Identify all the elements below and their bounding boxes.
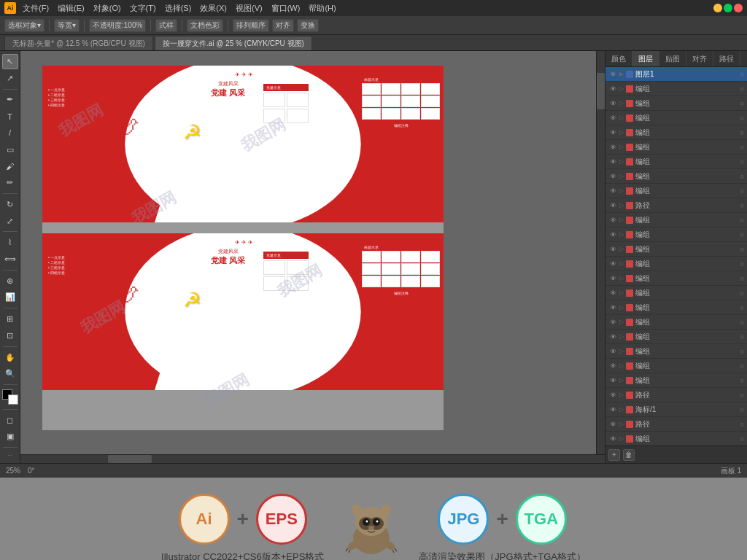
paintbrush-tool[interactable]: 🖌 xyxy=(2,158,18,174)
layer-eye-15[interactable]: 👁 xyxy=(608,289,617,298)
layer-item-17[interactable]: 👁 ▷ 编组 ○ xyxy=(605,315,747,330)
doc-color-control[interactable]: 文档色彩 xyxy=(187,19,223,32)
minimize-button[interactable] xyxy=(713,4,722,12)
layer-eye-4[interactable]: 👁 xyxy=(608,128,617,137)
layer-item-7[interactable]: 👁 ▷ 编组 ○ xyxy=(605,169,747,184)
layer-eye-16[interactable]: 👁 xyxy=(608,303,617,312)
rp-tab-layers[interactable]: 图层 xyxy=(632,51,659,66)
layer-item-8[interactable]: 👁 ▷ 编组 ○ xyxy=(605,184,747,198)
select-tool-dropdown[interactable]: 选框对象 ▾ xyxy=(4,19,44,32)
rotate-tool[interactable]: ↻ xyxy=(2,197,18,212)
layers-panel[interactable]: 👁 ▶ 图层1 ○ 👁 ▷ 编组 ○ 👁 ▷ 编组 ○ xyxy=(605,67,747,446)
layer-item-2[interactable]: 👁 ▷ 编组 ○ xyxy=(605,96,747,111)
style-control[interactable]: 式样 xyxy=(155,19,177,32)
layer-eye-12[interactable]: 👁 xyxy=(608,245,617,254)
layer-eye-14[interactable]: 👁 xyxy=(608,274,617,283)
layer-item-10[interactable]: 👁 ▷ 编组 ○ xyxy=(605,213,747,228)
add-layer-button[interactable]: + xyxy=(608,449,620,461)
layer-eye-3[interactable]: 👁 xyxy=(608,114,617,122)
delete-layer-button[interactable]: 🗑 xyxy=(623,449,635,461)
layer-expand-0[interactable]: ▶ xyxy=(619,71,624,77)
layer-eye-23[interactable]: 👁 xyxy=(608,405,617,414)
layer-item-13[interactable]: 👁 ▷ 编组 ○ xyxy=(605,257,747,271)
hand-tool[interactable]: ✋ xyxy=(2,350,18,365)
layer-item-11[interactable]: 👁 ▷ 编组 ○ xyxy=(605,228,747,242)
pen-tool[interactable]: ✒ xyxy=(2,92,18,107)
screen-mode[interactable]: ▣ xyxy=(2,429,18,444)
artboard-tool[interactable]: ⊞ xyxy=(2,311,18,327)
layer-item-6[interactable]: 👁 ▷ 编组 ○ xyxy=(605,155,747,169)
menu-help[interactable]: 帮助(H) xyxy=(305,2,339,15)
tab-untitled[interactable]: 无标题-矢量* @ 12.5 % (RGB/CPU 视图) xyxy=(4,36,153,50)
layer-eye-17[interactable]: 👁 xyxy=(608,318,617,327)
line-tool[interactable]: / xyxy=(2,125,18,141)
menu-file[interactable]: 文件(F) xyxy=(19,2,53,15)
layer-item-20[interactable]: 👁 ▷ 编组 ○ xyxy=(605,359,747,373)
menu-select[interactable]: 选择(S) xyxy=(161,2,196,15)
layer-eye-24[interactable]: 👁 xyxy=(608,420,617,429)
selection-tool[interactable]: ↖ xyxy=(2,54,18,69)
layer-eye-20[interactable]: 👁 xyxy=(608,362,617,370)
layer-eye-19[interactable]: 👁 xyxy=(608,347,617,356)
layer-eye-5[interactable]: 👁 xyxy=(608,143,617,152)
layer-item-0[interactable]: 👁 ▶ 图层1 ○ xyxy=(605,67,747,82)
layer-eye-6[interactable]: 👁 xyxy=(608,158,617,166)
layer-item-9[interactable]: 👁 ▷ 路径 ○ xyxy=(605,198,747,213)
align-control[interactable]: 对齐 xyxy=(272,19,294,32)
rp-tab-align[interactable]: 对齐 xyxy=(686,51,713,66)
menu-edit[interactable]: 编辑(E) xyxy=(54,2,88,15)
layer-item-25[interactable]: 👁 ▷ 编组 ○ xyxy=(605,432,747,446)
layer-eye-1[interactable]: 👁 xyxy=(608,85,617,93)
layer-item-24[interactable]: 👁 ▷ 路径 ○ xyxy=(605,417,747,432)
graph-tool[interactable]: 📊 xyxy=(2,290,18,306)
rect-tool[interactable]: ▭ xyxy=(2,142,18,158)
type-tool[interactable]: T xyxy=(2,109,18,124)
layer-eye-13[interactable]: 👁 xyxy=(608,260,617,268)
drawing-mode[interactable]: ◻ xyxy=(2,413,18,428)
v-scrollbar[interactable] xyxy=(596,51,605,454)
layer-eye-10[interactable]: 👁 xyxy=(608,216,617,225)
h-scrollbar-thumb[interactable] xyxy=(108,455,152,463)
h-scrollbar[interactable] xyxy=(20,454,605,463)
menu-view[interactable]: 视图(V) xyxy=(232,2,266,15)
width-tool[interactable]: ⟺ xyxy=(2,252,18,267)
layer-eye-0[interactable]: 👁 xyxy=(608,70,617,79)
layer-item-1[interactable]: 👁 ▷ 编组 ○ xyxy=(605,82,747,96)
layer-item-4[interactable]: 👁 ▷ 编组 ○ xyxy=(605,125,747,140)
layer-eye-25[interactable]: 👁 xyxy=(608,435,617,443)
zoom-tool[interactable]: 🔍 xyxy=(2,366,18,381)
tab-active-doc[interactable]: 按一腰穿文件.ai @ 25 % (CMYK/CPU 视图) xyxy=(155,36,312,50)
layer-eye-21[interactable]: 👁 xyxy=(608,376,617,385)
layer-item-12[interactable]: 👁 ▷ 编组 ○ xyxy=(605,242,747,257)
layer-eye-9[interactable]: 👁 xyxy=(608,201,617,210)
layer-eye-18[interactable]: 👁 xyxy=(608,332,617,341)
layer-item-19[interactable]: 👁 ▷ 编组 ○ xyxy=(605,344,747,359)
layer-eye-22[interactable]: 👁 xyxy=(608,391,617,400)
layer-item-3[interactable]: 👁 ▷ 编组 ○ xyxy=(605,111,747,125)
fill-stroke-colors[interactable] xyxy=(2,389,18,405)
maximize-button[interactable] xyxy=(724,4,732,12)
rp-tab-texture[interactable]: 贴图 xyxy=(659,51,686,66)
slice-tool[interactable]: ⊡ xyxy=(2,328,18,343)
menu-text[interactable]: 文字(T) xyxy=(126,2,160,15)
rp-tab-path[interactable]: 路径 xyxy=(713,51,740,66)
layer-eye-2[interactable]: 👁 xyxy=(608,99,617,108)
rp-tab-color[interactable]: 颜色 xyxy=(605,51,632,66)
menu-object[interactable]: 对象(O) xyxy=(90,2,125,15)
layer-item-14[interactable]: 👁 ▷ 编组 ○ xyxy=(605,271,747,286)
layer-eye-11[interactable]: 👁 xyxy=(608,230,617,239)
menu-effect[interactable]: 效果(X) xyxy=(196,2,231,15)
layer-item-5[interactable]: 👁 ▷ 编组 ○ xyxy=(605,140,747,155)
scale-tool[interactable]: ⤢ xyxy=(2,214,18,229)
layer-item-18[interactable]: 👁 ▷ 编组 ○ xyxy=(605,330,747,344)
layer-eye-8[interactable]: 👁 xyxy=(608,187,617,195)
layer-item-15[interactable]: 👁 ▷ 编组 ○ xyxy=(605,286,747,300)
v-scrollbar-thumb[interactable] xyxy=(597,73,605,109)
layer-item-22[interactable]: 👁 ▷ 路径 ○ xyxy=(605,388,747,402)
stroke-dropdown[interactable]: 等宽 ▾ xyxy=(54,19,80,32)
symbol-sprayer-tool[interactable]: ⊕ xyxy=(2,273,18,289)
arrange-control[interactable]: 排列顺序 xyxy=(233,19,269,32)
pencil-tool[interactable]: ✏ xyxy=(2,175,18,190)
opacity-control[interactable]: 不透明度: 100% xyxy=(89,19,146,32)
menu-window[interactable]: 窗口(W) xyxy=(268,2,304,15)
